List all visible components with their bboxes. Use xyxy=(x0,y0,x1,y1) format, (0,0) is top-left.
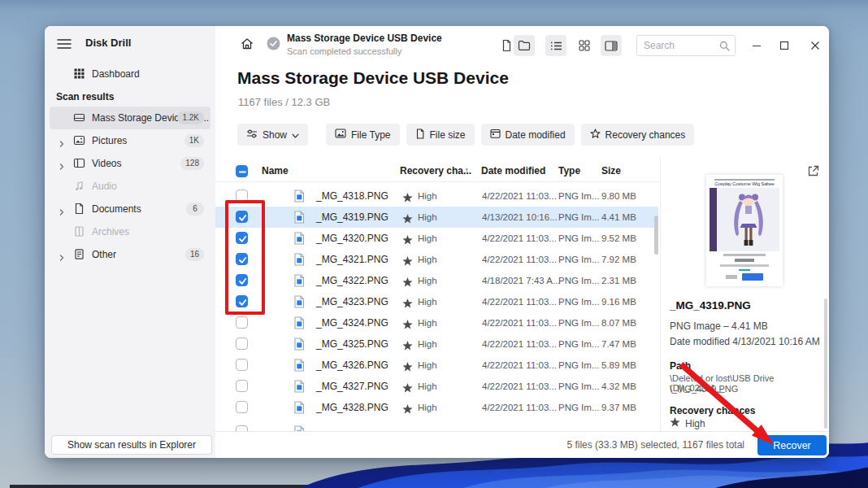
audio-icon xyxy=(73,180,85,192)
hamburger-menu-icon[interactable] xyxy=(57,38,72,50)
sidebar-item-documents[interactable]: Documents6 xyxy=(50,198,210,220)
recovery-chances-filter-button[interactable]: Recovery chances xyxy=(581,124,695,146)
table-row[interactable]: _MG_4328.PNGHigh4/22/2021 11:03...PNG Im… xyxy=(215,397,658,418)
file-type: PNG Im... xyxy=(558,297,599,307)
chevron-right-icon[interactable] xyxy=(58,205,66,213)
sidebar-item-label: Pictures xyxy=(92,135,127,146)
star-icon xyxy=(402,297,413,312)
column-header-date[interactable]: Date modified xyxy=(481,165,545,176)
show-filter-dropdown[interactable]: Show xyxy=(237,124,308,146)
home-icon[interactable] xyxy=(240,37,254,51)
file-size: 7.47 MB xyxy=(601,339,636,349)
table-row[interactable]: _MG_4327.PNGHigh4/22/2021 11:03...PNG Im… xyxy=(215,376,658,397)
column-header-type[interactable]: Type xyxy=(558,165,580,176)
sidebar-item-label: Other xyxy=(92,249,116,260)
list-view-icon[interactable] xyxy=(545,35,566,56)
sidebar-item-other[interactable]: Other16 xyxy=(50,243,210,266)
chevron-right-icon[interactable] xyxy=(58,251,66,259)
sidebar-items-list: Mass Storage Device US...1.2KPictures1KV… xyxy=(50,107,210,266)
sidebar-item-label: Documents xyxy=(92,203,141,215)
column-header-recovery[interactable]: Recovery cha... xyxy=(400,165,471,176)
table-scrollbar[interactable] xyxy=(654,216,658,255)
file-type: PNG Im... xyxy=(558,339,599,349)
row-checkbox[interactable] xyxy=(236,232,248,244)
file-type-filter-button[interactable]: File Type xyxy=(326,124,399,146)
sidebar-item-label: Audio xyxy=(92,181,117,192)
row-checkbox[interactable] xyxy=(236,401,248,413)
table-row[interactable]: _MG_4324.PNGHigh4/22/2021 11:03...PNG Im… xyxy=(215,312,658,333)
panel-scrollbar[interactable] xyxy=(824,298,827,429)
table-row[interactable]: _MG_4326.PNGHigh4/22/2021 11:03...PNG Im… xyxy=(215,355,658,376)
sliders-icon xyxy=(246,129,258,141)
date-modified: 4/22/2021 11:03... xyxy=(482,233,557,243)
date-modified: 4/22/2021 11:03... xyxy=(482,318,557,328)
star-icon xyxy=(402,191,413,206)
date-modified-filter-label: Date modified xyxy=(506,129,566,141)
file-preview-thumbnail[interactable]: Cosplay Costume Wig Sabee xyxy=(706,175,783,286)
table-row[interactable]: _MG_4319.PNGHigh4/13/2021 10:16...PNG Im… xyxy=(215,207,658,228)
document-icon xyxy=(415,129,425,142)
minimize-button[interactable] xyxy=(746,35,767,56)
sidebar-item-mass-storage-device-us[interactable]: Mass Storage Device US...1.2K xyxy=(50,107,210,129)
chevron-right-icon xyxy=(58,182,66,190)
sidebar-item-audio: Audio xyxy=(50,175,210,198)
date-modified-filter-button[interactable]: Date modified xyxy=(481,124,575,146)
sidebar-item-videos[interactable]: Videos128 xyxy=(50,152,210,175)
sidebar-item-pictures[interactable]: Pictures1K xyxy=(50,129,210,152)
recovery-chance: High xyxy=(418,381,437,391)
sidebar-item-label: Dashboard xyxy=(92,68,140,80)
recover-button[interactable]: Recover xyxy=(757,435,827,455)
table-row[interactable]: _MG_4322.PNGHigh4/18/2021 7:43 A...PNG I… xyxy=(215,270,658,291)
row-checkbox[interactable] xyxy=(236,316,248,329)
chevron-right-icon[interactable] xyxy=(58,137,66,145)
file-size: 9.16 MB xyxy=(601,297,636,307)
star-icon xyxy=(402,360,413,375)
count-badge: 16 xyxy=(185,248,204,261)
file-type: PNG Im... xyxy=(558,276,599,285)
table-row[interactable]: _MG_4318.PNGHigh4/22/2021 11:03...PNG Im… xyxy=(215,185,658,207)
file-size: 4.41 MB xyxy=(601,212,636,222)
table-row[interactable]: _MG_4321.PNGHigh4/22/2021 11:03...PNG Im… xyxy=(215,249,658,270)
row-checkbox[interactable] xyxy=(236,359,248,371)
preview-panel-icon[interactable] xyxy=(601,35,622,56)
chevron-right-icon xyxy=(58,228,66,236)
search-icon xyxy=(719,40,730,54)
show-filter-label: Show xyxy=(263,129,287,141)
page-title: Mass Storage Device USB Device xyxy=(237,68,509,88)
column-header-size[interactable]: Size xyxy=(601,165,621,176)
file-name: _MG_4327.PNG xyxy=(316,381,388,392)
date-modified: 4/22/2021 11:03... xyxy=(482,403,557,412)
file-name: _MG_4319.PNG xyxy=(316,211,388,223)
table-row[interactable]: _MG_4325.PNGHigh4/22/2021 11:03...PNG Im… xyxy=(215,333,658,355)
row-checkbox[interactable] xyxy=(236,338,248,350)
preview-date-modified: Date modified 4/13/2021 10:16 AM xyxy=(670,336,820,347)
open-external-icon[interactable] xyxy=(806,164,820,178)
row-checkbox[interactable] xyxy=(236,211,248,223)
row-checkbox[interactable] xyxy=(236,190,248,202)
star-icon xyxy=(402,318,413,333)
sort-arrow-icon[interactable]: ↑ xyxy=(464,165,469,176)
show-scan-results-in-explorer-button[interactable]: Show scan results in Explorer xyxy=(51,435,212,455)
file-name: _MG_4324.PNG xyxy=(316,317,388,329)
grid-view-icon[interactable] xyxy=(574,35,595,56)
drive-icon xyxy=(73,111,85,124)
row-checkbox[interactable] xyxy=(236,295,248,307)
preview-filename: _MG_4319.PNG xyxy=(670,299,751,312)
close-button[interactable] xyxy=(805,35,826,56)
row-checkbox[interactable] xyxy=(236,380,248,392)
row-checkbox[interactable] xyxy=(236,274,248,286)
column-header-name[interactable]: Name xyxy=(262,165,289,176)
date-modified: 4/22/2021 11:03... xyxy=(482,191,557,201)
recovery-chance: High xyxy=(418,318,437,328)
file-size-filter-button[interactable]: File size xyxy=(406,124,475,146)
file-name: _MG_4323.PNG xyxy=(316,296,388,307)
row-checkbox[interactable] xyxy=(236,253,248,265)
folder-view-icon[interactable] xyxy=(514,35,535,56)
table-row[interactable]: _MG_4320.PNGHigh4/22/2021 11:03...PNG Im… xyxy=(215,228,658,249)
chevron-right-icon[interactable] xyxy=(58,159,66,168)
app-title: Disk Drill xyxy=(85,37,131,49)
maximize-button[interactable] xyxy=(774,35,795,56)
select-all-checkbox[interactable] xyxy=(236,165,248,177)
table-row[interactable]: _MG_4323.PNGHigh4/22/2021 11:03...PNG Im… xyxy=(215,291,658,312)
sidebar-item-dashboard[interactable]: Dashboard xyxy=(50,63,210,85)
